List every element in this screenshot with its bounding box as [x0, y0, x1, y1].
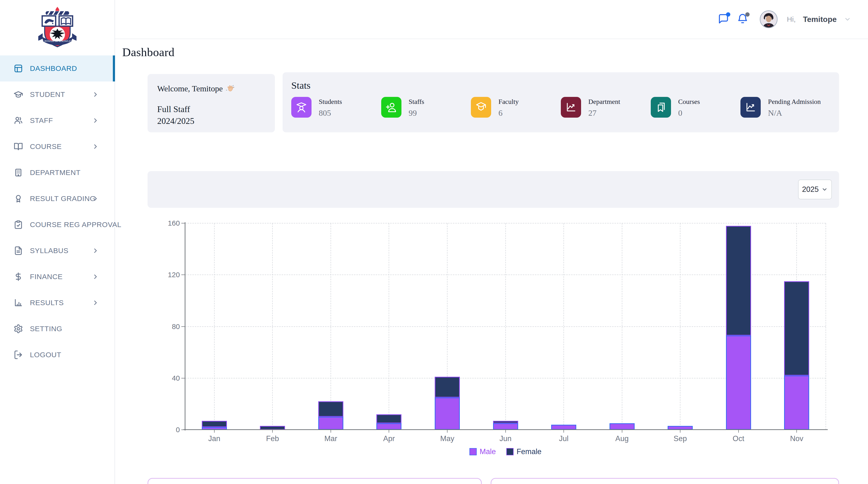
stat-item-courses: Courses0: [651, 97, 741, 118]
sidebar-item-department[interactable]: DEPARTMENT: [0, 160, 115, 186]
logout-icon: [13, 350, 23, 360]
x-axis-label: Jun: [486, 434, 525, 443]
y-axis-label: 0: [161, 426, 180, 434]
sidebar-nav: DASHBOARDSTUDENTSTAFFCOURSEDEPARTMENTRES…: [0, 56, 115, 368]
year-select-value: 2025: [802, 185, 819, 194]
sidebar-item-label: RESULT GRADING: [30, 195, 95, 203]
x-tick: [505, 430, 506, 433]
sidebar-item-staff[interactable]: STAFF: [0, 107, 115, 133]
chevron-right-icon: [92, 247, 99, 254]
bell-badge: [745, 12, 750, 17]
bar-female-apr: [376, 414, 401, 423]
x-tick: [680, 430, 680, 433]
y-axis: [185, 222, 185, 430]
gender-bar-chart[interactable]: 04080120160JanFebMarAprMayJunJulAugSepOc…: [185, 223, 826, 430]
gridline: [563, 223, 564, 430]
y-axis-label: 40: [161, 374, 180, 382]
y-axis-label: 120: [161, 271, 180, 279]
legend-item-female[interactable]: Female: [506, 447, 541, 456]
welcome-role: Full Staff: [157, 103, 265, 115]
chevron-right-icon: [92, 299, 99, 306]
gridline: [331, 223, 331, 430]
legend-swatch: [506, 448, 514, 455]
year-select[interactable]: 2025: [798, 180, 832, 199]
stats-row: Students805Staffs99Faculty6Department27C…: [291, 97, 830, 118]
chat-badge: [726, 12, 730, 17]
users-icon: [13, 116, 23, 125]
x-axis: [183, 429, 828, 430]
school-crest-logo: THE POWER OF KNOWLEDGE: [28, 6, 87, 57]
sidebar-item-results[interactable]: RESULTS: [0, 290, 115, 316]
x-axis-label: Sep: [661, 434, 700, 443]
sidebar-item-logout[interactable]: LOGOUT: [0, 342, 115, 368]
stat-label: Students: [319, 98, 342, 105]
bookmarks-icon: [651, 97, 671, 118]
gridline: [622, 223, 622, 430]
sidebar-item-student[interactable]: STUDENT: [0, 82, 115, 107]
stat-value: 27: [588, 108, 620, 118]
x-axis-label: Nov: [777, 434, 816, 443]
bar-male-oct: [726, 335, 751, 430]
chat-icon[interactable]: [718, 13, 730, 25]
sidebar-item-label: COURSE REG APPROVAL: [30, 221, 121, 229]
bottom-card-right: [491, 478, 839, 484]
dollar-icon: [13, 272, 23, 282]
sidebar-item-course-reg-approval[interactable]: COURSE REG APPROVAL: [0, 212, 115, 238]
chevron-right-icon: [92, 273, 99, 280]
bar-female-jun: [493, 421, 518, 423]
x-tick: [622, 430, 622, 433]
legend-swatch: [469, 448, 477, 455]
sidebar-item-label: COURSE: [30, 142, 62, 151]
x-tick: [738, 430, 739, 433]
bar-female-nov: [784, 281, 809, 376]
sidebar-item-finance[interactable]: FINANCE: [0, 264, 115, 290]
bell-icon[interactable]: [737, 13, 749, 25]
gear-icon: [13, 324, 23, 333]
x-tick: [447, 430, 447, 433]
x-tick: [331, 430, 331, 433]
legend-item-male[interactable]: Male: [469, 447, 496, 456]
bar-male-nov: [784, 376, 809, 430]
user-plus-icon: [381, 97, 401, 118]
username-text[interactable]: Temitope: [803, 15, 837, 24]
stat-label: Courses: [678, 98, 700, 105]
bar-female-jan: [202, 421, 227, 427]
chart-filter-card: 2025: [148, 171, 839, 208]
bar-female-may: [435, 377, 460, 397]
avatar[interactable]: [760, 10, 778, 28]
y-axis-label: 80: [161, 323, 180, 331]
sidebar-item-dashboard[interactable]: DASHBOARD: [0, 56, 115, 82]
x-axis-label: Oct: [719, 434, 758, 443]
gridline: [214, 223, 215, 430]
clipboard-check-icon: [13, 220, 23, 229]
sidebar-item-label: STUDENT: [30, 90, 65, 99]
bar-male-jun: [493, 423, 518, 430]
stat-value: 99: [409, 108, 424, 118]
stat-value: 6: [498, 108, 519, 118]
chevron-down-icon[interactable]: [844, 16, 851, 23]
sidebar-item-label: RESULTS: [30, 299, 64, 307]
stat-item-staffs: Staffs99: [381, 97, 471, 118]
welcome-session: 2024/2025: [157, 115, 265, 127]
stat-item-faculty: Faculty6: [471, 97, 561, 118]
y-axis-label: 160: [161, 219, 180, 227]
sidebar-item-label: FINANCE: [30, 272, 63, 281]
welcome-greeting: Welcome, Temitope: [157, 84, 223, 93]
sidebar-item-result-grading[interactable]: RESULT GRADING: [0, 186, 115, 212]
sidebar-item-setting[interactable]: SETTING: [0, 316, 115, 342]
file-text-icon: [13, 246, 23, 256]
x-axis-label: Feb: [253, 434, 292, 443]
gridline: [272, 223, 273, 430]
x-tick: [563, 430, 564, 433]
sidebar-item-label: SETTING: [30, 325, 62, 333]
building-icon: [13, 168, 23, 178]
student-cap-icon: [291, 97, 311, 118]
stat-label: Department: [588, 98, 620, 105]
x-tick: [796, 430, 797, 433]
x-axis-label: Apr: [370, 434, 408, 443]
sidebar-item-label: SYLLABUS: [30, 247, 68, 255]
sidebar-item-syllabus[interactable]: SYLLABUS: [0, 238, 115, 264]
sidebar-item-course[interactable]: COURSE: [0, 133, 115, 160]
x-axis-label: Mar: [311, 434, 350, 443]
bar-female-oct: [726, 226, 751, 335]
